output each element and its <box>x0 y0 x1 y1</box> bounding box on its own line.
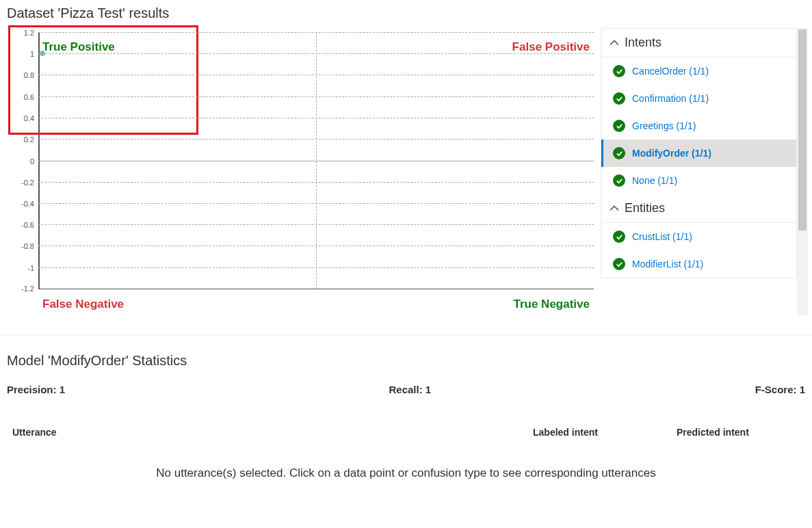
y-tick: -1 <box>27 264 38 272</box>
item-label: CancelOrder (1/1) <box>632 66 709 77</box>
y-tick: -1.2 <box>21 285 38 293</box>
list-item-selected[interactable]: ModifyOrder (1/1) <box>601 140 796 167</box>
check-icon <box>613 65 625 77</box>
quadrant-false-positive[interactable]: False Positive <box>512 40 590 54</box>
quadrant-false-negative[interactable]: False Negative <box>42 298 124 311</box>
fscore-stat: F-Score: 1 <box>755 384 805 395</box>
table-header: Utterance Labeled intent Predicted inten… <box>7 427 805 438</box>
scrollbar[interactable] <box>797 28 808 315</box>
section-header-entities[interactable]: Entities <box>601 194 796 223</box>
chart-plot-area: 1.2 1 0.8 0.6 0.4 0.2 0 -0.2 -0.4 -0.6 -… <box>38 32 594 289</box>
list-item[interactable]: Greetings (1/1) <box>601 112 796 140</box>
top-section: 1.2 1 0.8 0.6 0.4 0.2 0 -0.2 -0.4 -0.6 -… <box>0 25 812 315</box>
item-label: ModifyOrder (1/1) <box>632 148 711 159</box>
stats-row: Precision: 1 Recall: 1 F-Score: 1 <box>7 384 805 395</box>
confusion-chart[interactable]: 1.2 1 0.8 0.6 0.4 0.2 0 -0.2 -0.4 -0.6 -… <box>4 28 601 315</box>
stats-section: Model 'ModifyOrder' Statistics Precision… <box>0 335 812 487</box>
y-tick: 1.2 <box>24 29 38 37</box>
list-item[interactable]: Confirmation (1/1) <box>601 85 796 112</box>
col-predicted-intent[interactable]: Predicted intent <box>677 427 800 438</box>
empty-message: No utterance(s) selected. Click on a dat… <box>7 466 805 480</box>
y-tick: 0 <box>30 157 38 166</box>
item-label: Greetings (1/1) <box>632 120 696 131</box>
y-tick: 1 <box>30 50 38 58</box>
chevron-up-icon <box>610 38 619 48</box>
y-tick: -0.6 <box>21 221 38 229</box>
list-item[interactable]: ModifierList (1/1) <box>601 250 796 278</box>
col-labeled-intent[interactable]: Labeled intent <box>533 427 677 438</box>
check-icon <box>613 147 625 159</box>
y-tick: 0.6 <box>24 93 38 101</box>
y-tick: -0.2 <box>21 179 38 187</box>
y-tick: 0.4 <box>24 114 38 122</box>
y-tick: 0.8 <box>24 71 38 79</box>
check-icon <box>613 174 625 187</box>
check-icon <box>613 120 625 132</box>
item-label: None (1/1) <box>632 175 677 186</box>
section-title: Entities <box>625 201 665 215</box>
list-item[interactable]: CrustList (1/1) <box>601 223 796 250</box>
quadrant-true-positive[interactable]: True Positive <box>42 40 115 54</box>
section-header-intents[interactable]: Intents <box>601 29 796 57</box>
recall-stat: Recall: 1 <box>389 384 431 395</box>
check-icon <box>613 230 625 243</box>
list-item[interactable]: None (1/1) <box>601 167 796 194</box>
section-title: Intents <box>625 36 662 50</box>
col-utterance[interactable]: Utterance <box>12 427 533 438</box>
quadrant-true-negative[interactable]: True Negative <box>514 298 590 311</box>
item-label: Confirmation (1/1) <box>632 93 709 104</box>
list-item[interactable]: CancelOrder (1/1) <box>601 57 796 85</box>
item-label: CrustList (1/1) <box>632 231 692 242</box>
precision-stat: Precision: 1 <box>7 384 65 395</box>
chevron-up-icon <box>610 204 619 213</box>
sidebar-list: Intents CancelOrder (1/1) Confirmation (… <box>601 28 797 278</box>
check-icon <box>613 258 625 270</box>
scrollbar-thumb[interactable] <box>798 29 807 230</box>
page-title: Dataset 'Pizza Test' results <box>0 0 812 25</box>
y-tick: 0.2 <box>24 135 38 144</box>
check-icon <box>613 92 625 105</box>
y-tick: -0.4 <box>21 200 38 208</box>
stats-title: Model 'ModifyOrder' Statistics <box>7 353 805 369</box>
y-tick: -0.8 <box>21 242 38 250</box>
item-label: ModifierList (1/1) <box>632 259 703 269</box>
sidebar: Intents CancelOrder (1/1) Confirmation (… <box>601 28 808 315</box>
